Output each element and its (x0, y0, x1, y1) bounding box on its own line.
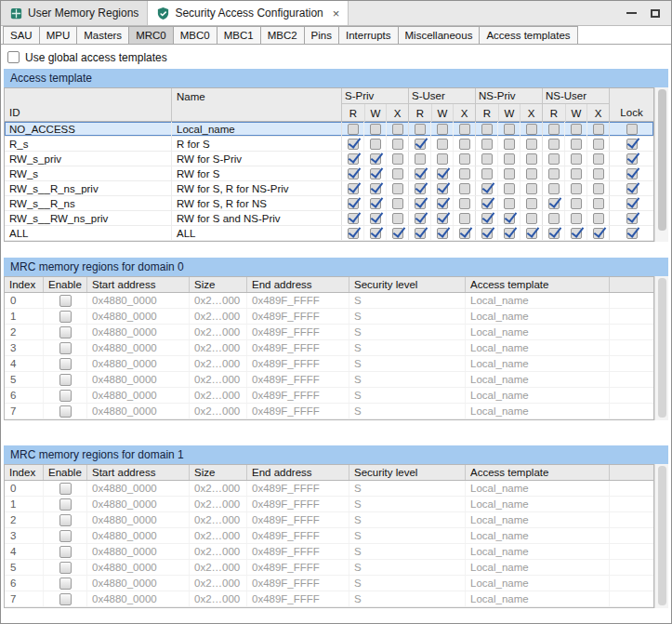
enable-checkbox[interactable] (59, 530, 72, 542)
close-tab-icon[interactable]: × (333, 7, 340, 20)
perm-checkbox[interactable] (370, 168, 381, 179)
perm-checkbox[interactable] (459, 124, 470, 135)
perm-checkbox[interactable] (459, 139, 470, 150)
enable-checkbox[interactable] (59, 593, 72, 605)
column-header-security-level[interactable]: Security level (349, 465, 466, 480)
page-tab-mbc2[interactable]: MBC2 (260, 26, 305, 44)
column-header-ns-priv-r[interactable]: R (476, 104, 498, 122)
perm-checkbox[interactable] (593, 139, 604, 150)
column-header-access-template[interactable]: Access template (466, 277, 610, 292)
region-row-4[interactable]: 40x4880_00000x2…0000x489F_FFFFSLocal_nam… (5, 544, 653, 560)
region-row-0[interactable]: 00x4880_00000x2…0000x489F_FFFFSLocal_nam… (5, 481, 653, 497)
perm-checkbox[interactable] (370, 198, 381, 209)
region-row-5[interactable]: 50x4880_00000x2…0000x489F_FFFFSLocal_nam… (5, 372, 653, 388)
page-tab-access-templates[interactable]: Access templates (479, 26, 577, 44)
scrollbar-thumb[interactable] (658, 466, 666, 605)
enable-checkbox[interactable] (59, 326, 72, 339)
column-header-start-address[interactable]: Start address (87, 277, 190, 292)
lock-checkbox[interactable] (626, 213, 638, 224)
enable-checkbox[interactable] (59, 390, 72, 402)
perm-checkbox[interactable] (571, 198, 582, 209)
column-header-s-priv-w[interactable]: W (364, 104, 387, 122)
perm-checkbox[interactable] (348, 198, 359, 209)
column-header-lock[interactable]: Lock (609, 88, 653, 121)
perm-checkbox[interactable] (392, 139, 403, 150)
perm-checkbox[interactable] (459, 198, 470, 209)
minimize-icon[interactable] (625, 7, 638, 20)
enable-checkbox[interactable] (59, 374, 72, 386)
column-header-index[interactable]: Index (5, 465, 44, 480)
perm-checkbox[interactable] (348, 183, 359, 194)
scrollbar-thumb[interactable] (658, 278, 666, 418)
perm-checkbox[interactable] (571, 139, 582, 150)
region-row-0[interactable]: 00x4880_00000x2…0000x489F_FFFFSLocal_nam… (5, 293, 653, 309)
perm-checkbox[interactable] (437, 139, 448, 150)
column-header-s-priv-x[interactable]: X (386, 104, 408, 122)
perm-checkbox[interactable] (370, 228, 381, 239)
page-tab-masters[interactable]: Masters (76, 26, 129, 44)
region-row-3[interactable]: 30x4880_00000x2…0000x489F_FFFFSLocal_nam… (5, 528, 653, 544)
perm-checkbox[interactable] (593, 124, 604, 135)
page-tab-mpu[interactable]: MPU (39, 26, 78, 44)
perm-checkbox[interactable] (392, 228, 403, 239)
perm-checkbox[interactable] (392, 153, 403, 165)
perm-checkbox[interactable] (481, 139, 493, 150)
perm-checkbox[interactable] (370, 213, 381, 224)
perm-checkbox[interactable] (348, 228, 359, 239)
lock-checkbox[interactable] (626, 124, 638, 135)
use-global-templates-checkbox[interactable] (7, 51, 20, 63)
template-row-rw-s-r-ns[interactable]: RW_s__R_nsRW for S, R for NS (5, 196, 653, 211)
page-tab-mrc0[interactable]: MRC0 (128, 26, 174, 44)
perm-checkbox[interactable] (548, 153, 560, 165)
perm-checkbox[interactable] (593, 228, 604, 239)
perm-checkbox[interactable] (437, 228, 448, 239)
enable-checkbox[interactable] (59, 342, 72, 354)
perm-checkbox[interactable] (504, 168, 515, 179)
scrollbar-thumb[interactable] (658, 89, 666, 231)
perm-checkbox[interactable] (437, 153, 448, 165)
perm-checkbox[interactable] (548, 228, 560, 239)
perm-checkbox[interactable] (392, 198, 403, 209)
perm-checkbox[interactable] (571, 213, 582, 224)
column-header-size[interactable]: Size (190, 277, 247, 292)
perm-checkbox[interactable] (504, 183, 515, 194)
perm-checkbox[interactable] (415, 168, 426, 179)
lock-checkbox[interactable] (626, 168, 638, 179)
perm-checkbox[interactable] (370, 153, 381, 165)
perm-checkbox[interactable] (348, 139, 359, 150)
perm-checkbox[interactable] (348, 124, 359, 135)
region-row-1[interactable]: 10x4880_00000x2…0000x489F_FFFFSLocal_nam… (5, 309, 653, 325)
perm-checkbox[interactable] (348, 153, 359, 165)
perm-checkbox[interactable] (571, 228, 582, 239)
enable-checkbox[interactable] (59, 358, 72, 370)
perm-checkbox[interactable] (437, 168, 448, 179)
perm-checkbox[interactable] (459, 153, 470, 165)
template-row-all[interactable]: ALLALL (5, 226, 653, 241)
perm-checkbox[interactable] (593, 198, 604, 209)
lock-checkbox[interactable] (626, 198, 638, 209)
perm-checkbox[interactable] (526, 213, 537, 224)
template-row-r-s[interactable]: R_sR for S (5, 137, 653, 152)
vertical-scrollbar[interactable] (654, 87, 668, 242)
perm-checkbox[interactable] (481, 198, 493, 209)
perm-checkbox[interactable] (548, 124, 560, 135)
column-header-s-user-w[interactable]: W (431, 104, 454, 122)
perm-checkbox[interactable] (571, 183, 582, 194)
page-tab-miscellaneous[interactable]: Miscellaneous (398, 26, 481, 44)
template-row-rw-s-rw-ns-priv[interactable]: RW_s__RW_ns_privRW for S and NS-Priv (5, 211, 653, 226)
perm-checkbox[interactable] (571, 124, 582, 135)
column-header-s-priv-r[interactable]: R (342, 104, 364, 122)
perm-checkbox[interactable] (504, 124, 515, 135)
lock-checkbox[interactable] (626, 153, 638, 165)
perm-checkbox[interactable] (415, 198, 426, 209)
page-tab-mbc0[interactable]: MBC0 (173, 26, 217, 44)
perm-checkbox[interactable] (348, 168, 359, 179)
column-header-access-template[interactable]: Access template (466, 465, 610, 480)
perm-checkbox[interactable] (481, 168, 493, 179)
perm-checkbox[interactable] (459, 213, 470, 224)
template-row-no-access[interactable]: NO_ACCESSLocal_name (5, 122, 653, 137)
column-header-name[interactable]: Name (171, 88, 341, 121)
perm-checkbox[interactable] (370, 139, 381, 150)
perm-checkbox[interactable] (437, 124, 448, 135)
perm-checkbox[interactable] (481, 124, 493, 135)
